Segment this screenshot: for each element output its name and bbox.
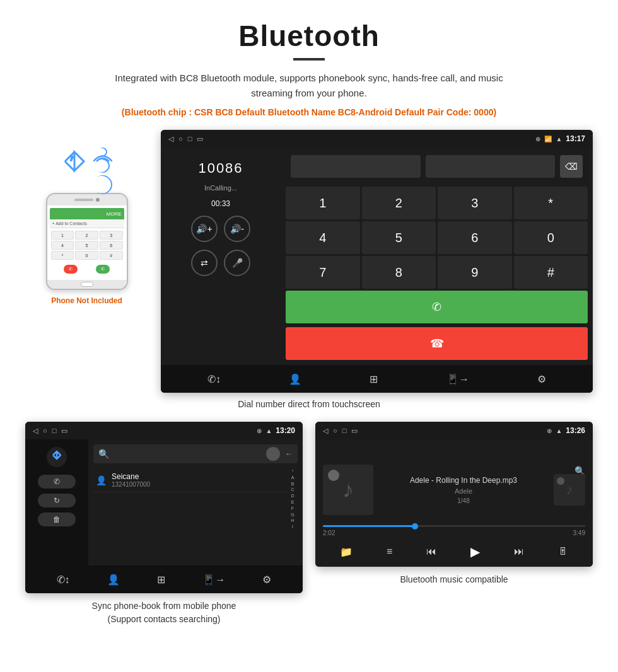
- pb-nav-settings[interactable]: ⚙: [262, 574, 271, 586]
- music-home-icon[interactable]: ○: [333, 427, 337, 435]
- alpha-g[interactable]: G: [288, 512, 298, 518]
- phone-not-included: Phone Not Included: [51, 296, 122, 305]
- prev-icon[interactable]: ⏮: [426, 546, 436, 557]
- alpha-index: * A B C D E F G H I: [288, 468, 298, 530]
- alpha-d[interactable]: D: [288, 493, 298, 499]
- num-key-9[interactable]: 9: [438, 256, 512, 289]
- album-circle-2: [557, 477, 564, 485]
- call-end-btn[interactable]: ☎: [286, 327, 588, 360]
- num-key-6[interactable]: 6: [438, 221, 512, 254]
- phone-transfer-icon[interactable]: 📱→: [446, 373, 469, 385]
- alpha-b[interactable]: B: [288, 481, 298, 487]
- music-square-icon[interactable]: □: [342, 427, 347, 435]
- alpha-e[interactable]: E: [288, 499, 298, 506]
- pb-nav-phone[interactable]: ✆↕: [57, 574, 70, 586]
- progress-times: 2:02 3:49: [323, 530, 585, 536]
- alpha-a[interactable]: A: [288, 475, 298, 481]
- eq-icon[interactable]: 🎚: [558, 546, 568, 557]
- alpha-i[interactable]: I: [288, 524, 298, 530]
- settings-icon[interactable]: ⚙: [537, 373, 546, 385]
- contact-row-seicane[interactable]: 👤 Seicane 13241007000: [93, 468, 288, 492]
- phone-contact-bar: + Add to Contacts: [50, 219, 124, 228]
- phone-key-9: #: [100, 251, 123, 260]
- pb-square-icon[interactable]: □: [52, 427, 57, 435]
- pb-search-bar[interactable]: 🔍 ←: [93, 444, 298, 463]
- next-icon[interactable]: ⏭: [514, 546, 524, 557]
- square-nav-icon[interactable]: □: [188, 135, 192, 143]
- mic-btn[interactable]: 🎤: [224, 250, 250, 276]
- play-icon[interactable]: ▶: [470, 544, 480, 559]
- current-time: 2:02: [323, 530, 335, 536]
- phone-calls-icon[interactable]: ✆↕: [207, 373, 221, 385]
- vol-up-btn[interactable]: 🔊+: [191, 216, 218, 242]
- music-gps-icon: ⊕: [547, 427, 552, 434]
- dial-timer: 00:33: [211, 199, 230, 208]
- pb-body: ✆ ↻ 🗑 🔍: [25, 439, 303, 565]
- phone-speaker: [74, 199, 93, 201]
- pb-status-right: ⊕ ▲ 13:20: [257, 426, 295, 435]
- folder-icon[interactable]: 📁: [340, 546, 353, 558]
- pb-home-icon[interactable]: ○: [43, 427, 47, 435]
- pb-signal-icon: ▲: [265, 427, 272, 434]
- status-bar-music: ◁ ○ □ ▭ ⊕ ▲ 13:26: [315, 422, 593, 439]
- clear-search-icon[interactable]: ←: [285, 449, 293, 458]
- dial-status: InCalling...: [204, 184, 237, 192]
- pb-delete-btn[interactable]: 🗑: [38, 513, 76, 526]
- pb-nav-transfer[interactable]: 📱→: [202, 574, 225, 586]
- alpha-c[interactable]: C: [288, 487, 298, 493]
- vol-down-btn[interactable]: 🔊-: [224, 216, 250, 242]
- phone-icon: ✆: [54, 477, 60, 486]
- music-screen: ◁ ○ □ ▭ ⊕ ▲ 13:26 ⇄ 🔍: [315, 422, 593, 567]
- num-key-7[interactable]: 7: [286, 256, 360, 289]
- contacts-icon[interactable]: 👤: [289, 373, 301, 385]
- playlist-icon[interactable]: ≡: [387, 546, 392, 557]
- pb-sync-btn[interactable]: ↻: [38, 494, 76, 507]
- back-nav-icon[interactable]: ◁: [168, 135, 173, 143]
- status-time-dial: 13:17: [566, 134, 585, 143]
- num-key-5[interactable]: 5: [362, 221, 436, 254]
- num-key-1[interactable]: 1: [286, 187, 360, 219]
- num-key-star[interactable]: *: [514, 187, 588, 219]
- page-title: Bluetooth: [25, 19, 593, 53]
- dial-delete-btn[interactable]: ⌫: [560, 155, 583, 178]
- alpha-f[interactable]: F: [288, 506, 298, 512]
- num-key-3[interactable]: 3: [438, 187, 512, 219]
- voice-search-btn[interactable]: [266, 447, 280, 461]
- dialer-icon[interactable]: ⊞: [370, 373, 378, 385]
- pb-phone-btn[interactable]: ✆: [38, 475, 76, 489]
- num-key-4[interactable]: 4: [286, 221, 360, 254]
- music-back-icon[interactable]: ◁: [323, 427, 328, 435]
- dial-caption: Dial number direct from touchscreen: [25, 399, 593, 409]
- pb-back-icon[interactable]: ◁: [33, 427, 38, 435]
- phone-key-4: 4: [51, 241, 74, 250]
- pb-nav-contacts[interactable]: 👤: [107, 574, 120, 586]
- phone-key-6: 6: [100, 241, 123, 250]
- phone-top-bar: [47, 194, 127, 206]
- add-contact-text: + Add to Contacts: [52, 221, 87, 226]
- music-status-time: 13:26: [566, 426, 585, 435]
- home-nav-icon[interactable]: ○: [178, 135, 183, 143]
- music-status-right: ⊕ ▲ 13:26: [547, 426, 585, 435]
- num-key-2[interactable]: 2: [362, 187, 436, 219]
- phone-screen-header: MORE: [50, 208, 124, 219]
- pb-nav-grid[interactable]: ⊞: [157, 574, 165, 586]
- num-key-0[interactable]: 0: [514, 221, 588, 254]
- call-answer-btn[interactable]: ✆: [286, 291, 588, 323]
- small-music-note-icon: ♪: [566, 482, 573, 498]
- progress-bar[interactable]: [323, 525, 585, 527]
- alpha-star[interactable]: *: [288, 468, 298, 475]
- music-status-left: ◁ ○ □ ▭: [323, 427, 358, 435]
- bluetooth-svg: [51, 450, 62, 464]
- num-key-hash[interactable]: #: [514, 256, 588, 289]
- music-caption: Bluetooth music compatible: [315, 573, 593, 586]
- progress-knob[interactable]: [412, 523, 418, 530]
- phone-key-2: 2: [75, 231, 98, 240]
- alpha-h[interactable]: H: [288, 518, 298, 524]
- pb-status-time: 13:20: [276, 426, 295, 435]
- dial-input-display-2: [426, 155, 556, 178]
- status-bar-pb: ◁ ○ □ ▭ ⊕ ▲ 13:20: [25, 422, 303, 439]
- song-artist: Adele: [383, 487, 544, 495]
- transfer-btn[interactable]: ⇄: [191, 250, 218, 276]
- phone-screen-header-text: MORE: [107, 211, 122, 217]
- num-key-8[interactable]: 8: [362, 256, 436, 289]
